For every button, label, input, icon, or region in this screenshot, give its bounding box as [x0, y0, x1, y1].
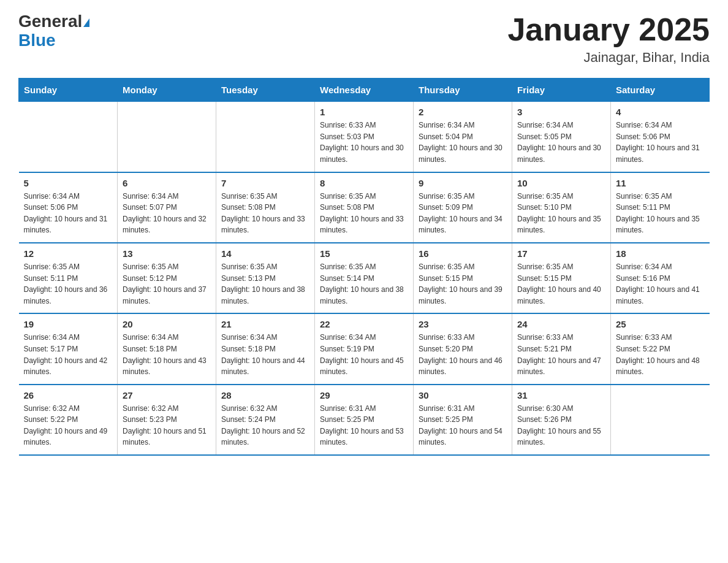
day-number: 2	[419, 107, 507, 117]
calendar-week-5: 26Sunrise: 6:32 AM Sunset: 5:22 PM Dayli…	[19, 385, 710, 455]
day-info: Sunrise: 6:34 AM Sunset: 5:18 PM Dayligh…	[221, 332, 309, 377]
day-number: 30	[419, 390, 507, 400]
day-number: 19	[24, 319, 113, 329]
day-info: Sunrise: 6:35 AM Sunset: 5:15 PM Dayligh…	[419, 261, 507, 307]
day-info: Sunrise: 6:34 AM Sunset: 5:07 PM Dayligh…	[123, 191, 211, 236]
day-number: 31	[517, 390, 605, 400]
calendar-cell: 31Sunrise: 6:30 AM Sunset: 5:26 PM Dayli…	[512, 385, 611, 455]
calendar-cell: 7Sunrise: 6:35 AM Sunset: 5:08 PM Daylig…	[216, 172, 315, 243]
calendar-week-3: 12Sunrise: 6:35 AM Sunset: 5:11 PM Dayli…	[19, 243, 710, 313]
calendar-cell: 3Sunrise: 6:34 AM Sunset: 5:05 PM Daylig…	[512, 102, 611, 172]
calendar-cell: 27Sunrise: 6:32 AM Sunset: 5:23 PM Dayli…	[118, 385, 216, 455]
day-info: Sunrise: 6:35 AM Sunset: 5:14 PM Dayligh…	[320, 261, 408, 307]
logo-triangle-icon	[83, 18, 89, 27]
day-info: Sunrise: 6:33 AM Sunset: 5:03 PM Dayligh…	[320, 120, 408, 165]
day-info: Sunrise: 6:33 AM Sunset: 5:22 PM Dayligh…	[616, 332, 705, 377]
calendar-cell: 30Sunrise: 6:31 AM Sunset: 5:25 PM Dayli…	[414, 385, 512, 455]
calendar-cell: 6Sunrise: 6:34 AM Sunset: 5:07 PM Daylig…	[118, 172, 216, 243]
day-number: 3	[517, 107, 605, 117]
calendar-cell: 2Sunrise: 6:34 AM Sunset: 5:04 PM Daylig…	[414, 102, 512, 172]
calendar-cell: 22Sunrise: 6:34 AM Sunset: 5:19 PM Dayli…	[315, 313, 414, 384]
calendar-cell: 1Sunrise: 6:33 AM Sunset: 5:03 PM Daylig…	[315, 102, 414, 172]
day-info: Sunrise: 6:34 AM Sunset: 5:18 PM Dayligh…	[123, 332, 211, 377]
day-info: Sunrise: 6:35 AM Sunset: 5:15 PM Dayligh…	[517, 261, 605, 307]
calendar-header: SundayMondayTuesdayWednesdayThursdayFrid…	[19, 79, 710, 102]
calendar-cell: 5Sunrise: 6:34 AM Sunset: 5:06 PM Daylig…	[19, 172, 118, 243]
day-number: 18	[616, 248, 705, 259]
calendar-cell: 23Sunrise: 6:33 AM Sunset: 5:20 PM Dayli…	[414, 313, 512, 384]
day-number: 24	[517, 319, 605, 329]
day-number: 6	[123, 178, 211, 188]
calendar-week-4: 19Sunrise: 6:34 AM Sunset: 5:17 PM Dayli…	[19, 313, 710, 384]
day-number: 25	[616, 319, 705, 329]
day-info: Sunrise: 6:34 AM Sunset: 5:17 PM Dayligh…	[24, 332, 113, 377]
calendar-cell: 10Sunrise: 6:35 AM Sunset: 5:10 PM Dayli…	[512, 172, 611, 243]
day-info: Sunrise: 6:34 AM Sunset: 5:05 PM Dayligh…	[517, 120, 605, 165]
calendar-cell: 25Sunrise: 6:33 AM Sunset: 5:22 PM Dayli…	[611, 313, 710, 384]
day-number: 11	[616, 178, 705, 188]
calendar-cell: 12Sunrise: 6:35 AM Sunset: 5:11 PM Dayli…	[19, 243, 118, 313]
calendar-cell: 19Sunrise: 6:34 AM Sunset: 5:17 PM Dayli…	[19, 313, 118, 384]
day-info: Sunrise: 6:35 AM Sunset: 5:12 PM Dayligh…	[123, 261, 211, 307]
calendar-cell	[611, 385, 710, 455]
day-number: 26	[24, 390, 113, 400]
calendar-cell: 24Sunrise: 6:33 AM Sunset: 5:21 PM Dayli…	[512, 313, 611, 384]
calendar-cell: 14Sunrise: 6:35 AM Sunset: 5:13 PM Dayli…	[216, 243, 315, 313]
day-info: Sunrise: 6:31 AM Sunset: 5:25 PM Dayligh…	[320, 403, 408, 448]
column-header-monday: Monday	[118, 79, 216, 102]
day-number: 16	[419, 248, 507, 259]
header-row: SundayMondayTuesdayWednesdayThursdayFrid…	[19, 79, 710, 102]
location-text: Jainagar, Bihar, India	[507, 50, 710, 66]
day-number: 15	[320, 248, 408, 259]
day-number: 4	[616, 107, 705, 117]
day-number: 20	[123, 319, 211, 329]
day-info: Sunrise: 6:35 AM Sunset: 5:08 PM Dayligh…	[320, 191, 408, 236]
calendar-cell	[216, 102, 315, 172]
day-number: 27	[123, 390, 211, 400]
logo: General Blue	[18, 12, 89, 50]
day-info: Sunrise: 6:32 AM Sunset: 5:24 PM Dayligh…	[221, 403, 309, 448]
calendar-cell: 21Sunrise: 6:34 AM Sunset: 5:18 PM Dayli…	[216, 313, 315, 384]
logo-general-text: General	[18, 12, 82, 31]
day-info: Sunrise: 6:35 AM Sunset: 5:08 PM Dayligh…	[221, 191, 309, 236]
logo-blue-text: Blue	[18, 31, 89, 50]
day-number: 8	[320, 178, 408, 188]
day-number: 14	[221, 248, 309, 259]
calendar-cell: 15Sunrise: 6:35 AM Sunset: 5:14 PM Dayli…	[315, 243, 414, 313]
day-info: Sunrise: 6:30 AM Sunset: 5:26 PM Dayligh…	[517, 403, 605, 448]
calendar-cell: 28Sunrise: 6:32 AM Sunset: 5:24 PM Dayli…	[216, 385, 315, 455]
day-info: Sunrise: 6:32 AM Sunset: 5:23 PM Dayligh…	[123, 403, 211, 448]
title-block: January 2025 Jainagar, Bihar, India	[507, 12, 710, 66]
column-header-sunday: Sunday	[19, 79, 118, 102]
calendar-cell: 9Sunrise: 6:35 AM Sunset: 5:09 PM Daylig…	[414, 172, 512, 243]
day-number: 1	[320, 107, 408, 117]
day-number: 10	[517, 178, 605, 188]
day-number: 9	[419, 178, 507, 188]
day-number: 5	[24, 178, 113, 188]
day-info: Sunrise: 6:35 AM Sunset: 5:13 PM Dayligh…	[221, 261, 309, 307]
calendar-week-1: 1Sunrise: 6:33 AM Sunset: 5:03 PM Daylig…	[19, 102, 710, 172]
calendar-cell: 8Sunrise: 6:35 AM Sunset: 5:08 PM Daylig…	[315, 172, 414, 243]
column-header-friday: Friday	[512, 79, 611, 102]
day-number: 12	[24, 248, 113, 259]
day-info: Sunrise: 6:34 AM Sunset: 5:06 PM Dayligh…	[616, 120, 705, 165]
calendar-week-2: 5Sunrise: 6:34 AM Sunset: 5:06 PM Daylig…	[19, 172, 710, 243]
day-info: Sunrise: 6:34 AM Sunset: 5:16 PM Dayligh…	[616, 261, 705, 307]
calendar-cell	[19, 102, 118, 172]
calendar-body: 1Sunrise: 6:33 AM Sunset: 5:03 PM Daylig…	[19, 102, 710, 455]
day-number: 7	[221, 178, 309, 188]
day-number: 23	[419, 319, 507, 329]
column-header-thursday: Thursday	[414, 79, 512, 102]
day-number: 17	[517, 248, 605, 259]
day-number: 13	[123, 248, 211, 259]
day-info: Sunrise: 6:35 AM Sunset: 5:11 PM Dayligh…	[616, 191, 705, 236]
day-number: 21	[221, 319, 309, 329]
day-info: Sunrise: 6:34 AM Sunset: 5:19 PM Dayligh…	[320, 332, 408, 377]
day-info: Sunrise: 6:35 AM Sunset: 5:11 PM Dayligh…	[24, 261, 113, 307]
day-number: 28	[221, 390, 309, 400]
calendar-cell: 18Sunrise: 6:34 AM Sunset: 5:16 PM Dayli…	[611, 243, 710, 313]
column-header-tuesday: Tuesday	[216, 79, 315, 102]
column-header-saturday: Saturday	[611, 79, 710, 102]
day-number: 22	[320, 319, 408, 329]
calendar-cell	[118, 102, 216, 172]
